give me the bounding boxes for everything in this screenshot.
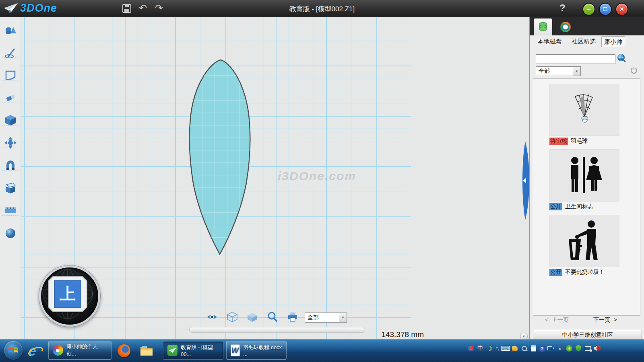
sketch-region-tool-icon[interactable] — [3, 68, 18, 83]
watermark: i3DOne.com — [278, 169, 356, 183]
taskbar-button-word[interactable]: W 羽毛球教程.docx ... — [226, 341, 287, 360]
3done-app-icon — [167, 345, 178, 356]
help-tray-icon[interactable]: ? — [539, 345, 545, 352]
security-shield-tray-icon[interactable] — [574, 344, 582, 352]
shaded-display-icon[interactable] — [246, 311, 258, 323]
power-refresh-icon[interactable] — [630, 66, 638, 75]
volume-muted-tray-icon[interactable] — [593, 344, 601, 352]
zoom-search-icon[interactable] — [266, 311, 279, 323]
tab-user-kangxiaoshuai[interactable]: 康小帅 — [601, 36, 625, 47]
magnet-snap-tool-icon[interactable] — [3, 158, 18, 173]
notes-tray-icon[interactable] — [529, 344, 537, 352]
model-name[interactable]: 卫生间标志 — [565, 203, 593, 210]
database-icon — [538, 22, 548, 32]
measurement-readout: 143.378 mm — [381, 330, 424, 339]
help-icon[interactable]: ? — [559, 2, 566, 14]
network-tray-icon[interactable] — [584, 344, 592, 352]
model-label-row: 公开 卫生间标志 — [549, 203, 593, 210]
search-input[interactable] — [536, 54, 615, 64]
community-library-tab[interactable] — [556, 19, 575, 35]
primitives-tool-icon[interactable] — [3, 23, 18, 38]
app-logo-text: 3DOne — [20, 2, 57, 14]
taskbar-button-label: 教育版 - [模型00... — [181, 344, 219, 357]
model-list: 待审核 羽毛球 公开 卫生间标志 — [533, 78, 640, 316]
i3done-logo-icon — [560, 22, 571, 32]
taskbar-button-label: 康小帅的个人创... — [66, 343, 107, 358]
sketch-tool-icon[interactable] — [3, 45, 18, 60]
taskbar-button-3done[interactable]: 教育版 - [模型00... — [163, 341, 223, 360]
category-filter-value: 全部 — [536, 68, 573, 75]
paper-plane-logo-icon — [3, 2, 19, 15]
restore-button[interactable]: ❐ — [599, 3, 612, 16]
no-littering-thumbnail[interactable] — [549, 215, 619, 267]
save-icon[interactable] — [122, 4, 132, 13]
material-sphere-tool-icon[interactable] — [3, 225, 18, 241]
category-filter-arrow-icon[interactable]: ▼ — [573, 67, 580, 76]
ime-chinese-icon[interactable]: 中 — [476, 344, 484, 352]
eraser-tool-icon[interactable] — [3, 90, 18, 105]
ime-skin-icon[interactable] — [511, 344, 519, 352]
minimize-button[interactable]: − — [582, 3, 595, 16]
title-bar: 3DOne ↶ ↷ 教育版 - [模型002.Z1] ? − ❐ ✕ — [0, 0, 644, 17]
tab-community-featured[interactable]: 社区精选 — [569, 36, 598, 47]
window-title: 教育版 - [模型002.Z1] — [289, 4, 355, 14]
window-switch-tray-icon[interactable]: ▾ — [547, 344, 555, 352]
left-toolbar — [0, 17, 21, 339]
pinwheel-browser-icon — [53, 345, 63, 356]
status-badge: 公开 — [549, 269, 562, 276]
m-logo-tray-icon[interactable]: M — [467, 344, 475, 352]
display-filter-value: 全部 — [305, 314, 339, 321]
resource-panel: 本地磁盘 社区精选 康小帅 全部 ▼ — [529, 17, 644, 339]
model-name[interactable]: 不要乱扔垃圾！ — [565, 269, 605, 276]
restroom-sign-image — [564, 155, 605, 195]
punctuation-ime-icon[interactable]: °, — [495, 344, 500, 352]
panel-collapse-handle[interactable] — [521, 141, 529, 220]
shuttlecock-image — [570, 92, 599, 128]
tidyman-image — [562, 219, 607, 263]
category-filter-select[interactable]: 全部 ▼ — [536, 66, 581, 76]
view-cube-face-label[interactable]: 上 — [41, 283, 94, 305]
teardrop-sketch-shape[interactable] — [177, 50, 266, 259]
restroom-sign-thumbnail[interactable] — [549, 149, 619, 202]
prev-page-button[interactable]: <- 上一页 — [545, 317, 569, 324]
keyboard-ime-icon[interactable]: ⌨ — [502, 344, 510, 352]
tab-local-disk[interactable]: 本地磁盘 — [535, 36, 564, 47]
display-filter-arrow-icon[interactable]: ▼ — [339, 313, 347, 322]
measure-tool-icon[interactable] — [3, 203, 18, 218]
community-button[interactable]: 中小学三维创意社区 — [533, 330, 642, 340]
windows-taskbar: e 康小帅的个人创... 教育版 - [模型00... W 羽毛球教程.docx… — [0, 339, 644, 362]
internet-explorer-icon[interactable]: e — [27, 343, 43, 359]
panel-icon-tabs — [530, 17, 644, 35]
search-tray-icon[interactable] — [520, 344, 528, 352]
print-icon[interactable] — [287, 311, 299, 323]
explorer-folder-icon[interactable] — [138, 343, 155, 359]
system-tray: M 中 ☽ °, ⌨ ? ▾ ▲ + — [467, 344, 601, 352]
next-page-button[interactable]: 下一页 -> — [593, 317, 617, 324]
feature-cube-tool-icon[interactable] — [3, 113, 18, 128]
shuttlecock-thumbnail[interactable] — [549, 84, 619, 136]
hidden-icons-arrow[interactable]: ▲ — [556, 344, 564, 352]
display-filter-select[interactable]: 全部 ▼ — [305, 313, 347, 323]
status-badge: 公开 — [549, 203, 562, 210]
modeling-canvas[interactable]: i3DOne.com 上 — [21, 17, 529, 339]
redo-icon[interactable]: ↷ — [155, 3, 163, 13]
start-button[interactable] — [4, 341, 23, 360]
wireframe-display-icon[interactable] — [226, 311, 238, 323]
application-window: 3DOne ↶ ↷ 教育版 - [模型002.Z1] ? − ❐ ✕ — [0, 0, 644, 362]
antivirus-plus-tray-icon[interactable]: + — [565, 344, 573, 352]
close-button[interactable]: ✕ — [615, 3, 628, 16]
collapsed-toolbar-bar[interactable] — [189, 327, 365, 333]
moon-ime-icon[interactable]: ☽ — [485, 344, 493, 352]
shell-tool-icon[interactable] — [3, 180, 18, 195]
visibility-eye-icon[interactable] — [206, 311, 218, 323]
firefox-icon[interactable] — [116, 343, 132, 359]
local-library-tab[interactable] — [534, 19, 552, 35]
taskbar-button-browser[interactable]: 康小帅的个人创... — [48, 341, 111, 360]
view-cube[interactable]: 上 — [39, 265, 100, 327]
word-doc-icon: W — [231, 344, 240, 356]
undo-icon[interactable]: ↶ — [139, 3, 147, 13]
search-globe-icon[interactable] — [617, 53, 626, 64]
model-label-row: 待审核 羽毛球 — [549, 138, 588, 145]
move-tool-icon[interactable] — [3, 135, 18, 150]
model-name[interactable]: 羽毛球 — [571, 138, 588, 145]
